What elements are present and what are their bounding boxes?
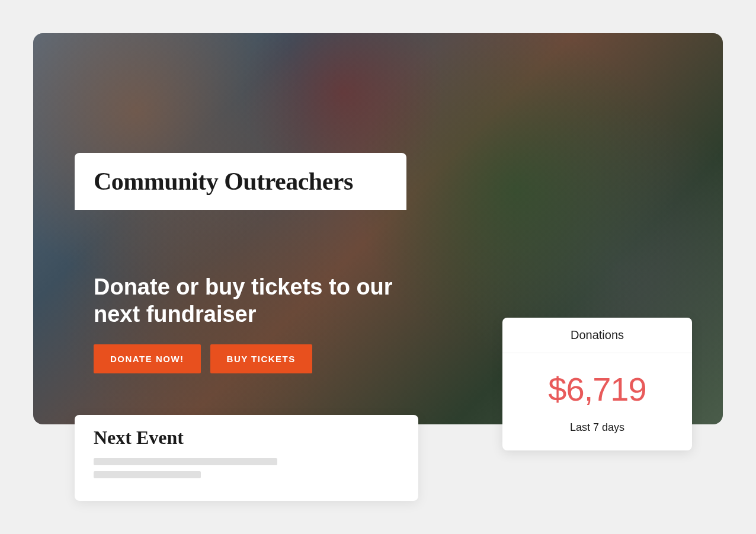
donate-button[interactable]: DONATE NOW! (94, 344, 201, 373)
skeleton-placeholder (94, 458, 277, 465)
donations-header: Donations (502, 318, 692, 353)
buy-tickets-button[interactable]: BUY TICKETS (210, 344, 312, 373)
brand-title: Community Outreachers (94, 167, 387, 196)
next-event-title: Next Event (94, 427, 399, 449)
cta-section: Donate or buy tickets to our next fundra… (94, 274, 402, 373)
donations-amount: $6,719 (502, 353, 692, 417)
brand-card: Community Outreachers (75, 153, 406, 210)
donations-card: Donations $6,719 Last 7 days (502, 318, 692, 450)
cta-button-row: DONATE NOW! BUY TICKETS (94, 344, 402, 373)
donations-period: Last 7 days (502, 417, 692, 450)
cta-headline: Donate or buy tickets to our next fundra… (94, 274, 402, 328)
next-event-card: Next Event (75, 415, 418, 501)
page-container: Community Outreachers Donate or buy tick… (14, 14, 742, 520)
skeleton-placeholder (94, 471, 201, 478)
